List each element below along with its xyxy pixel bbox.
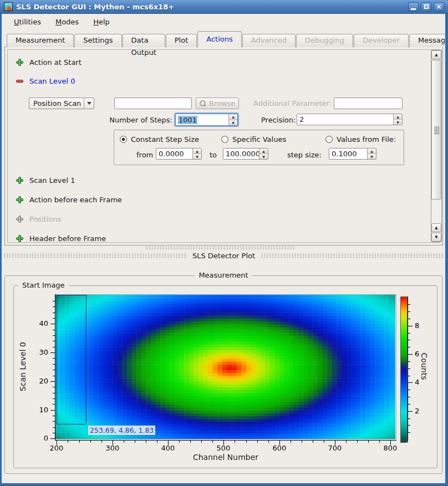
step-size-label: step size: bbox=[287, 151, 322, 160]
spin-down-icon[interactable]: ▼ bbox=[259, 154, 268, 159]
spin-buttons[interactable]: ▲▼ bbox=[393, 114, 402, 125]
x-minor-tick bbox=[235, 441, 235, 443]
spin-buttons[interactable]: ▲▼ bbox=[192, 149, 201, 159]
window-border-right bbox=[445, 14, 448, 486]
y-minor-tick bbox=[53, 347, 55, 347]
action-row-action-at-start[interactable]: Action at Start bbox=[16, 58, 82, 66]
step-size-spinbox[interactable]: 0.1000 ▲▼ bbox=[329, 148, 376, 160]
y-tick-label: 30 bbox=[31, 348, 48, 356]
from-value: 0.0000 bbox=[156, 149, 192, 159]
additional-parameter-input[interactable] bbox=[334, 98, 403, 109]
x-tick-label: 800 bbox=[376, 444, 404, 452]
spin-up-icon[interactable]: ▲ bbox=[394, 114, 402, 120]
scrollbar-thumb[interactable] bbox=[431, 60, 441, 199]
spin-down-icon[interactable]: ▼ bbox=[368, 154, 376, 159]
scroll-down-button[interactable]: ▼ bbox=[431, 233, 441, 242]
zoom-selection-rect[interactable] bbox=[57, 295, 86, 424]
spin-buttons[interactable]: ▲▼ bbox=[228, 114, 237, 125]
spin-down-icon[interactable]: ▼ bbox=[394, 120, 402, 125]
window-border-bottom bbox=[0, 483, 448, 486]
spin-down-icon[interactable]: ▼ bbox=[229, 120, 237, 126]
splitter-handle[interactable] bbox=[145, 246, 296, 250]
y-major-tick bbox=[50, 324, 55, 324]
colorbar-minor-tick bbox=[408, 333, 410, 334]
menu-utilities[interactable]: Utilities bbox=[7, 16, 48, 28]
x-minor-tick bbox=[68, 441, 68, 443]
tab-data-output[interactable]: Data Output bbox=[123, 34, 165, 47]
app-window: SLS Detector GUI : Mythen - mcs6x18+ × U… bbox=[0, 0, 448, 486]
colorbar-minor-tick bbox=[408, 361, 410, 362]
radio-specific-values[interactable]: Specific Values bbox=[221, 135, 286, 144]
spin-down-icon[interactable]: ▼ bbox=[193, 154, 201, 159]
x-tick-label: 700 bbox=[321, 444, 349, 452]
x-tick-label: 400 bbox=[154, 444, 182, 452]
x-minor-tick bbox=[257, 441, 258, 443]
maximize-button[interactable] bbox=[421, 2, 431, 12]
spin-up-icon[interactable]: ▲ bbox=[193, 149, 201, 154]
spin-buttons[interactable]: ▲▼ bbox=[259, 149, 268, 159]
action-row-positions[interactable]: Positions bbox=[16, 214, 61, 223]
to-spinbox[interactable]: 100.0000 ▲▼ bbox=[223, 148, 268, 160]
browse-button[interactable]: Browse bbox=[196, 98, 239, 109]
combo-dropdown-button[interactable] bbox=[84, 98, 94, 109]
from-spinbox[interactable]: 0.0000 ▲▼ bbox=[156, 148, 202, 160]
title-bar[interactable]: SLS Detector GUI : Mythen - mcs6x18+ × bbox=[0, 0, 448, 14]
action-row-header-before-frame[interactable]: Header before Frame bbox=[16, 234, 106, 243]
action-row-label: Action before each Frame bbox=[29, 196, 122, 204]
colorbar-tick-label: 2 bbox=[415, 407, 428, 415]
colorbar-major-tick bbox=[408, 382, 413, 383]
tab-actions[interactable]: Actions bbox=[197, 31, 242, 47]
x-axis-title: Channel Number bbox=[170, 453, 282, 462]
colorbar-title: Counts bbox=[419, 330, 429, 402]
scroll-up-button[interactable]: ▲ bbox=[431, 50, 441, 59]
tab-plot[interactable]: Plot bbox=[166, 34, 197, 47]
spin-up-icon[interactable]: ▲ bbox=[229, 114, 237, 120]
radio-values-from-file[interactable]: Values from File: bbox=[325, 135, 396, 144]
y-minor-tick bbox=[53, 341, 55, 341]
scan-mode-select[interactable]: Position Scan bbox=[29, 98, 94, 109]
x-minor-tick bbox=[313, 441, 313, 443]
tab-settings[interactable]: Settings bbox=[74, 34, 121, 47]
precision-spinbox[interactable]: 2 ▲▼ bbox=[297, 114, 403, 125]
number-of-steps-spinbox[interactable]: 1001 ▲▼ bbox=[175, 114, 238, 126]
x-minor-tick bbox=[146, 441, 146, 443]
menu-help[interactable]: Help bbox=[86, 16, 117, 28]
spin-buttons[interactable]: ▲▼ bbox=[367, 149, 376, 159]
colorbar-minor-tick bbox=[408, 418, 410, 419]
colorbar-minor-tick bbox=[408, 425, 410, 426]
scroll-up-icon: ▲ bbox=[435, 53, 437, 57]
y-major-tick bbox=[50, 381, 55, 382]
maximize-icon bbox=[424, 4, 429, 9]
y-minor-tick bbox=[53, 318, 55, 319]
y-tick-label: 0 bbox=[31, 434, 48, 442]
minimize-button[interactable] bbox=[408, 2, 419, 12]
step-size-value: 0.1000 bbox=[329, 149, 367, 159]
close-icon: × bbox=[436, 3, 441, 10]
action-row-label: Positions bbox=[29, 215, 61, 223]
scan-script-input[interactable] bbox=[114, 98, 192, 109]
y-major-tick bbox=[50, 438, 55, 439]
colorbar-minor-tick bbox=[408, 390, 410, 390]
vertical-scrollbar[interactable]: ▲ ▲ ▼ bbox=[431, 50, 442, 242]
scroll-up-button-2[interactable]: ▲ bbox=[431, 223, 441, 232]
action-row-scan-level-1[interactable]: Scan Level 1 bbox=[16, 176, 75, 185]
action-row-action-before-each-frame[interactable]: Action before each Frame bbox=[16, 195, 122, 204]
plot-dock-titlebar[interactable]: SLS Detector Plot bbox=[3, 250, 444, 260]
spin-up-icon[interactable]: ▲ bbox=[259, 149, 268, 154]
menu-modes[interactable]: Modes bbox=[48, 16, 86, 28]
colorbar-minor-tick bbox=[408, 347, 410, 347]
spin-up-icon[interactable]: ▲ bbox=[368, 149, 376, 154]
y-minor-tick bbox=[53, 376, 55, 376]
radio-constant-step-size[interactable]: Constant Step Size bbox=[120, 135, 199, 144]
heatmap-canvas[interactable] bbox=[55, 295, 395, 439]
number-of-steps-value: 1001 bbox=[178, 116, 197, 124]
y-minor-tick bbox=[53, 330, 55, 330]
tab-messages[interactable]: Messages bbox=[409, 34, 448, 47]
to-value: 100.0000 bbox=[223, 149, 259, 159]
measurement-group-title: Measurement bbox=[195, 271, 252, 279]
close-button[interactable]: × bbox=[434, 2, 444, 12]
colorbar-minor-tick bbox=[408, 404, 410, 405]
action-row-scan-level-0[interactable]: Scan Level 0 bbox=[16, 76, 75, 85]
colorbar-minor-tick bbox=[408, 369, 410, 369]
tab-measurement[interactable]: Measurement bbox=[7, 34, 74, 47]
